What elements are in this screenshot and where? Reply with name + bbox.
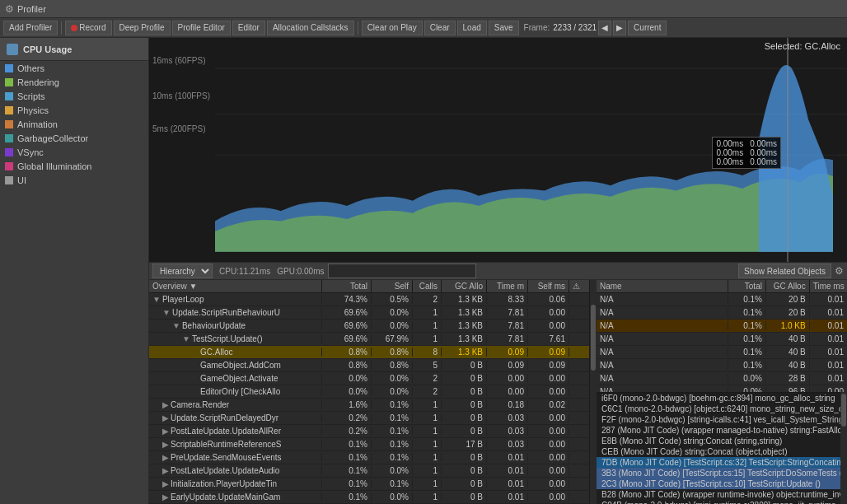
table-row[interactable]: ▶GameObject.AddCom 0.8% 0.8% 5 0 B 0.09 … <box>149 359 589 372</box>
profiler-item-animation[interactable]: Animation <box>0 117 148 131</box>
callstack-item[interactable]: F2F (mono-2.0-bdwgc) [string-icalls.c:41… <box>597 414 840 425</box>
table-row[interactable]: ▼TestScript.Update() 69.6% 67.9% 1 1.3 K… <box>149 333 589 346</box>
th-rtimems[interactable]: Time ms ▼ <box>810 280 847 292</box>
table-row[interactable]: ▶EditorOnly [CheckAllo 0.0% 0.0% 2 0 B 0… <box>149 385 589 399</box>
callstack-item[interactable]: CEB (Mono JIT Code) string:Concat (objec… <box>597 446 840 457</box>
callstack-item[interactable]: 287 (Mono JIT Code) (wrapper managed-to-… <box>597 425 840 436</box>
left-table: Overview ▼ Total Self Calls GC Allo Time… <box>149 280 590 504</box>
right-table-row[interactable]: N/A 0.1% 1.0 KB 0.01 <box>597 320 847 333</box>
td-total-2: 69.6% <box>322 321 372 330</box>
td-total-7: 0.0% <box>322 387 372 396</box>
profiler-item-ui[interactable]: UI <box>0 173 148 187</box>
add-profiler-button[interactable]: Add Profiler <box>3 21 58 35</box>
item-label-scripts: Scripts <box>17 91 45 101</box>
allocation-callstacks-button[interactable]: Allocation Callstacks <box>267 21 354 35</box>
td-overview-10: ▶PostLateUpdate.UpdateAllRer <box>149 427 322 436</box>
table-row[interactable]: ▶PostLateUpdate.UpdateAudio 0.1% 0.0% 1 … <box>149 464 589 478</box>
table-row[interactable]: ▶Update.ScriptRunDelayedDyr 0.2% 0.1% 1 … <box>149 412 589 425</box>
scrollbar-thumb[interactable] <box>591 305 596 371</box>
hierarchy-dropdown[interactable]: Hierarchy <box>152 264 213 278</box>
profiler-item-others[interactable]: Others <box>0 61 148 75</box>
th-total[interactable]: Total <box>322 280 372 292</box>
profiler-items-list: OthersRenderingScriptsPhysicsAnimationGa… <box>0 61 148 504</box>
profiler-item-garbageCollector[interactable]: GarbageCollector <box>0 131 148 145</box>
save-button[interactable]: Save <box>489 21 519 35</box>
table-row[interactable]: ▶GameObject.Activate 0.0% 0.0% 2 0 B 0.0… <box>149 372 589 385</box>
callstack-item[interactable]: 3B3 (Mono JIT Code) [TestScript.cs:15] T… <box>597 468 840 478</box>
th-warn: ⚠ <box>569 280 586 292</box>
th-rtotal[interactable]: Total <box>728 280 766 292</box>
right-table-row[interactable]: N/A 0.1% 20 B 0.01 <box>597 306 847 320</box>
th-gcalloc[interactable]: GC Allo <box>442 280 487 292</box>
profiler-item-physics[interactable]: Physics <box>0 103 148 117</box>
table-row[interactable]: ▶Camera.Render 1.6% 0.1% 1 0 B 0.18 0.02 <box>149 399 589 412</box>
left-table-scrollbar[interactable] <box>590 280 597 504</box>
callstack-item[interactable]: i6F0 (mono-2.0-bdwgc) [boehm-gc.c:894] m… <box>597 393 840 404</box>
search-input[interactable] <box>328 264 476 278</box>
show-related-button[interactable]: Show Related Objects <box>738 264 831 278</box>
table-row[interactable]: ▶GC.Alloc 0.8% 0.8% 8 1.3 KB 0.09 0.09 <box>149 346 589 359</box>
td-total-13: 0.1% <box>322 466 372 475</box>
current-button[interactable]: Current <box>628 21 667 35</box>
right-table-row[interactable]: N/A 0.1% 40 B 0.01 <box>597 346 847 359</box>
td-calls-4: 8 <box>413 348 442 357</box>
profiler-item-rendering[interactable]: Rendering <box>0 75 148 89</box>
next-frame-button[interactable]: ▶ <box>613 21 626 35</box>
th-timems[interactable]: Time m <box>487 280 528 292</box>
td-self-15: 0.0% <box>372 492 413 502</box>
profile-editor-button[interactable]: Profile Editor <box>172 21 231 35</box>
td-timems-10: 0.03 <box>487 427 528 436</box>
td-selfms-5: 0.09 <box>528 361 569 370</box>
rtd-total-3: 0.1% <box>728 334 766 343</box>
table-row[interactable]: ▶PostLateUpdate.UpdateAllRer 0.2% 0.1% 1… <box>149 425 589 438</box>
table-row[interactable]: ▶PreUpdate.SendMouseEvents 0.1% 0.1% 1 0… <box>149 451 589 464</box>
clear-button[interactable]: Clear <box>424 21 456 35</box>
td-gcalloc-6: 0 B <box>442 374 487 383</box>
right-table-row[interactable]: N/A 0.1% 20 B 0.01 <box>597 293 847 306</box>
editor-button[interactable]: Editor <box>232 21 265 35</box>
table-row[interactable]: ▶ScriptableRuntimeReferenceS 0.1% 0.1% 1… <box>149 438 589 451</box>
td-timems-4: 0.09 <box>487 348 528 357</box>
callstack-item[interactable]: B28 (Mono JIT Code) (wrapper runtime-inv… <box>597 489 840 500</box>
right-table-row[interactable]: N/A 0.1% 40 B 0.01 <box>597 333 847 346</box>
right-table-row[interactable]: N/A 0.1% 40 B 0.01 <box>597 359 847 372</box>
callstack-item[interactable]: C04B (mono-2.0-bdwgc) [mini-runtime.c:28… <box>597 500 840 504</box>
clear-on-play-button[interactable]: Clear on Play <box>362 21 423 35</box>
td-selfms-10: 0.00 <box>528 427 569 436</box>
td-calls-0: 2 <box>413 295 442 304</box>
th-selfms[interactable]: Self ms <box>528 280 569 292</box>
table-row[interactable]: ▼BehaviourUpdate 69.6% 0.0% 1 1.3 KB 7.8… <box>149 320 589 333</box>
right-panel-thumb[interactable] <box>841 394 846 427</box>
rtd-name-5: N/A <box>597 361 728 370</box>
profiler-item-vsync[interactable]: VSync <box>0 145 148 159</box>
record-button[interactable]: Record <box>65 21 111 35</box>
profiler-item-scripts[interactable]: Scripts <box>0 89 148 103</box>
th-calls[interactable]: Calls <box>413 280 442 292</box>
deep-profile-button[interactable]: Deep Profile <box>114 21 171 35</box>
td-timems-0: 8.33 <box>487 295 528 304</box>
table-row[interactable]: ▶EarlyUpdate.UpdateMainGam 0.1% 0.0% 1 0… <box>149 491 589 504</box>
th-overview[interactable]: Overview ▼ <box>149 280 322 292</box>
callstack-item[interactable]: 7DB (Mono JIT Code) [TestScript.cs:32] T… <box>597 457 840 468</box>
tooltip-row-3: 0.00ms0.00ms <box>716 157 777 166</box>
callstack-item[interactable]: E8B (Mono JIT Code) string:Concat (strin… <box>597 436 840 446</box>
right-table-row[interactable]: N/A 0.0% 96 B 0.00 <box>597 385 847 392</box>
th-rgcalloc[interactable]: GC Alloc <box>766 280 810 292</box>
chart-area[interactable]: Selected: GC.Alloc 16ms (60FPS) 10ms (10… <box>149 38 847 262</box>
table-row[interactable]: ▶Initialization.PlayerUpdateTin 0.1% 0.1… <box>149 478 589 491</box>
settings-gear-icon[interactable]: ⚙ <box>835 265 844 277</box>
right-panel-scrollbar[interactable] <box>840 392 847 504</box>
prev-frame-button[interactable]: ◀ <box>598 21 611 35</box>
profiler-item-globalIllumination[interactable]: Global Illumination <box>0 159 148 173</box>
callstack-item[interactable]: C6C1 (mono-2.0-bdwgc) [object.c:6240] mo… <box>597 404 840 414</box>
load-button[interactable]: Load <box>457 21 487 35</box>
td-overview-15: ▶EarlyUpdate.UpdateMainGam <box>149 492 322 502</box>
callstack-item[interactable]: 2C3 (Mono JIT Code) [TestScript.cs:10] T… <box>597 478 840 489</box>
table-row[interactable]: ▼PlayerLoop 74.3% 0.5% 2 1.3 KB 8.33 0.0… <box>149 293 589 306</box>
right-table-row[interactable]: N/A 0.0% 28 B 0.01 <box>597 372 847 385</box>
td-timems-14: 0.01 <box>487 479 528 488</box>
th-self[interactable]: Self <box>372 280 413 292</box>
td-overview-7: ▶EditorOnly [CheckAllo <box>149 387 322 396</box>
th-name[interactable]: Name <box>597 280 728 292</box>
table-row[interactable]: ▼Update.ScriptRunBehaviourU 69.6% 0.0% 1… <box>149 306 589 320</box>
